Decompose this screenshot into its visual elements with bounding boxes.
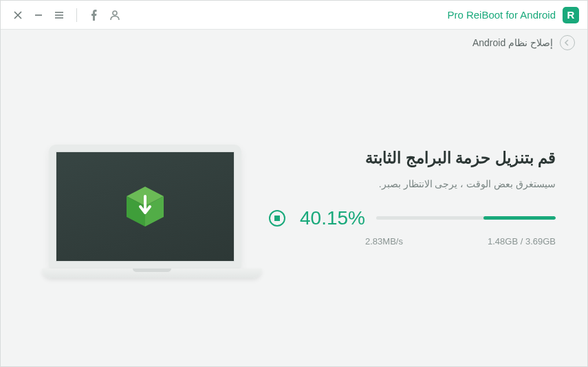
download-box-icon — [121, 182, 169, 231]
main-content: قم بتنزيل حزمة البرامج الثابتة سيستغرق ب… — [1, 56, 587, 366]
laptop-illustration — [14, 145, 269, 278]
download-size: 1.48GB / 3.69GB — [488, 236, 556, 247]
stop-button[interactable] — [269, 210, 285, 227]
svg-point-0 — [113, 11, 117, 15]
laptop-base — [42, 269, 262, 278]
breadcrumb-label: إصلاح نظام Android — [472, 37, 553, 48]
breadcrumb: إصلاح نظام Android — [1, 30, 587, 56]
app-title: Pro ReiBoot for Android — [447, 9, 556, 21]
progress-bar-fill — [483, 216, 556, 220]
app-logo-icon: R — [563, 7, 579, 23]
menu-button[interactable] — [50, 6, 68, 24]
facebook-icon[interactable] — [85, 6, 103, 24]
back-button[interactable] — [560, 35, 575, 50]
progress-bar — [376, 216, 556, 220]
close-button[interactable] — [9, 6, 27, 24]
progress-bar-wrap — [376, 216, 556, 220]
minimize-button[interactable] — [30, 6, 47, 24]
laptop-screen — [49, 145, 241, 269]
progress-row: 40.15% — [269, 207, 556, 229]
download-speed: 2.83MB/s — [365, 236, 403, 247]
window-controls — [9, 6, 124, 24]
page-heading: قم بتنزيل حزمة البرامج الثابتة — [269, 149, 556, 167]
titlebar: Pro ReiBoot for Android R — [1, 1, 587, 30]
download-info: قم بتنزيل حزمة البرامج الثابتة سيستغرق ب… — [269, 149, 574, 274]
account-icon[interactable] — [106, 6, 124, 24]
divider — [76, 8, 77, 22]
page-subtext: سيستغرق بعض الوقت ، يرجى الانتظار بصبر. — [269, 178, 556, 189]
stop-icon — [274, 216, 280, 221]
progress-percent: 40.15% — [296, 207, 365, 229]
titlebar-brand: Pro ReiBoot for Android R — [447, 7, 579, 23]
download-stats: 2.83MB/s 1.48GB / 3.69GB — [269, 236, 556, 247]
